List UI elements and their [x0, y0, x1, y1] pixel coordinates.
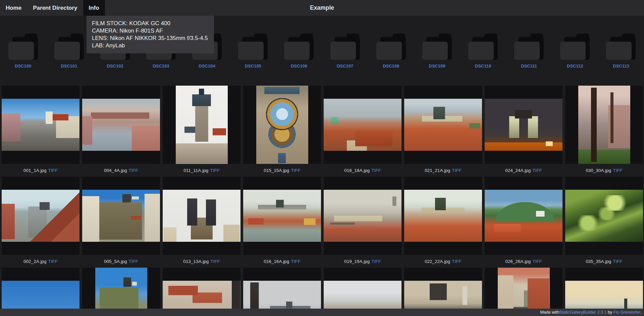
photo-tiff-link[interactable]: TIFF: [48, 259, 58, 264]
folder-dsc110[interactable]: DSC110: [460, 34, 506, 69]
folder-dsc112[interactable]: DSC112: [552, 34, 598, 69]
photo-filename-link[interactable]: 026_26A.jpg: [505, 259, 531, 264]
photo-filename-link[interactable]: 015_15A.jpg: [264, 168, 289, 173]
folder-dsc108[interactable]: DSC108: [368, 34, 414, 69]
photo-tile[interactable]: [2, 86, 79, 164]
photo-thumbnail[interactable]: [176, 86, 228, 164]
photo-tile[interactable]: [324, 177, 401, 255]
photo-tile[interactable]: [324, 86, 401, 164]
photo-tiff-link[interactable]: TIFF: [452, 259, 462, 264]
photo-tiff-link[interactable]: TIFF: [128, 168, 138, 173]
photo-tile[interactable]: [82, 177, 160, 255]
photo-tile[interactable]: [565, 86, 643, 164]
photo-filename-link[interactable]: 021_21A.jpg: [425, 168, 450, 173]
nav-tab-parent-directory[interactable]: Parent Directory: [27, 0, 83, 16]
folder-dsc105[interactable]: DSC105: [230, 34, 276, 69]
photo-filename-link[interactable]: 013_13A.jpg: [183, 259, 209, 264]
folder-icon[interactable]: [330, 34, 360, 60]
photo-thumbnail[interactable]: [82, 99, 160, 151]
folder-link[interactable]: DSC103: [153, 63, 169, 69]
photo-thumbnail[interactable]: [2, 99, 79, 151]
photo-tiff-link[interactable]: TIFF: [452, 168, 462, 173]
folder-icon[interactable]: [606, 34, 636, 60]
photo-filename-link[interactable]: 035_35A.jpg: [586, 259, 611, 264]
photo-thumbnail[interactable]: [163, 190, 240, 242]
folder-dsc101[interactable]: DSC101: [46, 34, 92, 69]
photo-filename-link[interactable]: 002_2A.jpg: [23, 259, 46, 264]
folder-link[interactable]: DSC108: [383, 63, 399, 69]
folder-dsc111[interactable]: DSC111: [506, 34, 552, 69]
folder-dsc113[interactable]: DSC113: [598, 34, 644, 69]
photo-thumbnail[interactable]: [82, 190, 160, 242]
photo-thumbnail[interactable]: [404, 190, 482, 242]
folder-link[interactable]: DSC106: [291, 63, 307, 69]
photo-tiff-link[interactable]: TIFF: [48, 168, 58, 173]
folder-icon[interactable]: [284, 34, 314, 60]
photo-tiff-link[interactable]: TIFF: [532, 259, 542, 264]
photo-thumbnail[interactable]: [485, 190, 562, 242]
photo-filename-link[interactable]: 030_30A.jpg: [586, 168, 611, 173]
folder-icon[interactable]: [54, 34, 84, 60]
photo-filename-link[interactable]: 005_5A.jpg: [104, 259, 127, 264]
photo-thumbnail[interactable]: [324, 190, 401, 242]
photo-tile[interactable]: [404, 86, 482, 164]
photo-thumbnail[interactable]: [485, 99, 562, 151]
folder-icon[interactable]: [468, 34, 498, 60]
folder-dsc109[interactable]: DSC109: [414, 34, 460, 69]
folder-link[interactable]: DSC113: [613, 63, 629, 69]
folder-link[interactable]: DSC100: [15, 63, 31, 69]
photo-tiff-link[interactable]: TIFF: [613, 168, 623, 173]
photo-tiff-link[interactable]: TIFF: [291, 259, 301, 264]
photo-tile[interactable]: [243, 86, 321, 164]
folder-link[interactable]: DSC110: [475, 63, 491, 69]
photo-thumbnail[interactable]: [256, 86, 308, 164]
photo-thumbnail[interactable]: [404, 99, 482, 151]
photo-filename-link[interactable]: 018_18A.jpg: [344, 168, 370, 173]
folder-icon[interactable]: [8, 34, 38, 60]
photo-tile[interactable]: [82, 86, 160, 164]
folder-link[interactable]: DSC109: [429, 63, 445, 69]
photo-tile[interactable]: [2, 177, 79, 255]
photo-thumbnail[interactable]: [565, 190, 643, 242]
photo-filename-link[interactable]: 001_1A.jpg: [23, 168, 46, 173]
photo-tile[interactable]: [163, 177, 240, 255]
folder-icon[interactable]: [514, 34, 544, 60]
photo-filename-link[interactable]: 011_11A.jpg: [183, 168, 208, 173]
photo-thumbnail[interactable]: [243, 190, 321, 242]
photo-tiff-link[interactable]: TIFF: [371, 259, 381, 264]
photo-thumbnail[interactable]: [578, 86, 630, 164]
photo-filename-link[interactable]: 004_4A.jpg: [104, 168, 127, 173]
nav-tab-info[interactable]: Info: [83, 0, 105, 16]
photo-tile[interactable]: [485, 177, 562, 255]
photo-thumbnail[interactable]: [2, 190, 79, 242]
folder-link[interactable]: DSC111: [521, 63, 537, 69]
photo-thumbnail[interactable]: [324, 99, 401, 151]
nav-tab-home[interactable]: Home: [0, 0, 27, 16]
photo-tile[interactable]: [565, 177, 643, 255]
photo-tiff-link[interactable]: TIFF: [210, 259, 220, 264]
folder-link[interactable]: DSC104: [199, 63, 215, 69]
photo-tile[interactable]: [243, 177, 321, 255]
author-link[interactable]: Flo Greistorfer: [613, 310, 640, 315]
folder-dsc107[interactable]: DSC107: [322, 34, 368, 69]
photo-filename-link[interactable]: 022_22A.jpg: [425, 259, 450, 264]
photo-tiff-link[interactable]: TIFF: [613, 259, 623, 264]
folder-link[interactable]: DSC101: [61, 63, 77, 69]
folder-icon[interactable]: [238, 34, 268, 60]
photo-tiff-link[interactable]: TIFF: [210, 168, 220, 173]
photo-tiff-link[interactable]: TIFF: [371, 168, 381, 173]
folder-dsc100[interactable]: DSC100: [0, 34, 46, 69]
folder-icon[interactable]: [422, 34, 452, 60]
photo-tiff-link[interactable]: TIFF: [532, 168, 542, 173]
folder-link[interactable]: DSC105: [245, 63, 261, 69]
folder-icon[interactable]: [560, 34, 590, 60]
photo-tiff-link[interactable]: TIFF: [128, 259, 138, 264]
photo-tiff-link[interactable]: TIFF: [291, 168, 301, 173]
folder-link[interactable]: DSC107: [337, 63, 353, 69]
folder-link[interactable]: DSC112: [567, 63, 583, 69]
builder-link[interactable]: StaticGalleryBuilder 2.3.1: [559, 310, 606, 315]
photo-filename-link[interactable]: 024_24A.jpg: [505, 168, 531, 173]
photo-tile[interactable]: [485, 86, 562, 164]
photo-filename-link[interactable]: 016_16A.jpg: [264, 259, 289, 264]
folder-dsc106[interactable]: DSC106: [276, 34, 322, 69]
